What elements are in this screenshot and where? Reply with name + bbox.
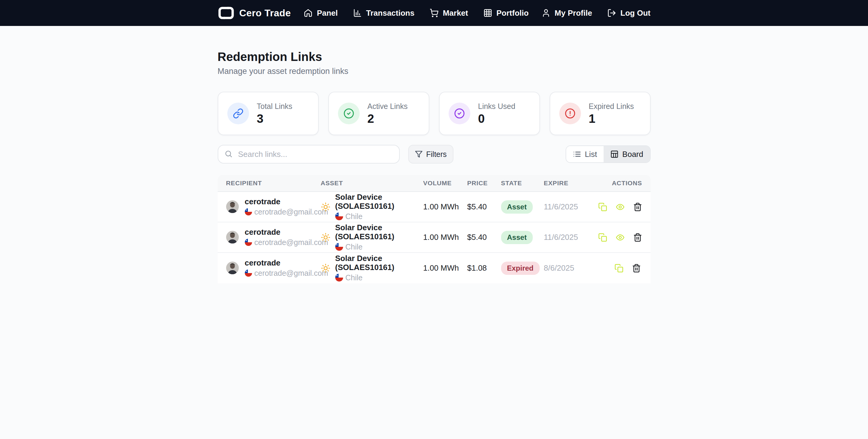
actions-cell (598, 264, 651, 273)
expire-cell: 11/6/2025 (544, 202, 598, 211)
expire-cell: 8/6/2025 (544, 263, 598, 273)
column-header-actions: ACTIONS (598, 179, 651, 187)
chart-icon (353, 8, 362, 18)
copy-link-button[interactable] (598, 202, 607, 211)
asset-name: Solar Device (SOLAES10161) (335, 254, 423, 272)
recipient-name: cerotrade (245, 259, 328, 268)
copy-icon (615, 264, 623, 273)
copy-icon (598, 202, 607, 211)
stats-cards: Total Links 3 Active Links 2 Links Use (218, 92, 651, 135)
chile-flag-icon (245, 239, 252, 246)
nav-item-panel[interactable]: Panel (304, 8, 338, 18)
table-row: cerotrade cerotrade@gmail.com Solar Devi… (218, 253, 651, 283)
sun-icon (321, 233, 331, 242)
nav-item-portfolio[interactable]: Portfolio (483, 8, 529, 18)
column-header-price: PRICE (467, 179, 501, 187)
alert-circle-icon (559, 103, 581, 124)
state-cell: Expired (501, 262, 544, 275)
cart-icon (430, 8, 439, 18)
check-circle-icon (338, 103, 360, 124)
nav-item-log-out[interactable]: Log Out (607, 8, 651, 18)
copy-icon (598, 233, 607, 242)
recipient-cell: cerotrade cerotrade@gmail.com (218, 197, 321, 216)
column-header-expire: EXPIRE (544, 179, 598, 187)
state-cell: Asset (501, 200, 544, 214)
stat-value: 2 (368, 112, 408, 125)
brand-name: Cero Trade (239, 7, 291, 19)
column-header-recipient: RECIPIENT (218, 179, 321, 187)
copy-link-button[interactable] (598, 233, 607, 242)
nav-item-label: My Profile (555, 8, 592, 18)
stat-card-expired-links: Expired Links 1 (550, 92, 651, 135)
delete-link-button[interactable] (633, 202, 642, 211)
table-row: cerotrade cerotrade@gmail.com Solar Devi… (218, 192, 651, 223)
top-navbar: Cero Trade Panel Transactions Market P (0, 0, 868, 26)
nav-item-label: Panel (317, 8, 338, 18)
filters-label: Filters (426, 150, 447, 159)
home-icon (304, 8, 313, 18)
chile-flag-icon (335, 243, 343, 251)
volume-cell: 1.00 MWh (423, 263, 467, 273)
asset-name: Solar Device (SOLAES10161) (335, 193, 423, 211)
nav-item-label: Transactions (366, 8, 414, 18)
avatar (226, 262, 239, 274)
asset-country: Chile (345, 273, 363, 282)
asset-name: Solar Device (SOLAES10161) (335, 223, 423, 241)
grid-icon (483, 8, 492, 18)
brand[interactable]: Cero Trade (218, 6, 291, 20)
stat-label: Links Used (478, 102, 516, 111)
recipient-email: cerotrade@gmail.com (254, 238, 328, 247)
copy-link-button[interactable] (615, 264, 623, 273)
sun-icon (321, 263, 331, 273)
stat-label: Expired Links (589, 102, 634, 111)
nav-item-market[interactable]: Market (430, 8, 468, 18)
state-badge: Asset (501, 200, 533, 214)
search-box (218, 145, 400, 164)
stat-value: 3 (257, 112, 292, 125)
eye-icon (616, 233, 625, 242)
chile-flag-icon (335, 212, 343, 220)
search-input[interactable] (218, 145, 400, 164)
filters-button[interactable]: Filters (408, 145, 454, 164)
list-icon (573, 150, 581, 158)
recipient-email: cerotrade@gmail.com (254, 208, 328, 216)
nav-item-transactions[interactable]: Transactions (353, 8, 414, 18)
recipient-name: cerotrade (245, 228, 328, 237)
asset-cell: Solar Device (SOLAES10161) Chile (321, 193, 423, 221)
list-view-label: List (585, 150, 597, 159)
nav-item-my-profile[interactable]: My Profile (541, 8, 592, 18)
page-title: Redemption Links (218, 50, 651, 64)
delete-link-button[interactable] (633, 233, 642, 242)
filter-icon (415, 150, 423, 158)
expire-cell: 11/6/2025 (544, 233, 598, 242)
chile-flag-icon (245, 208, 252, 215)
board-view-button[interactable]: Board (603, 146, 650, 162)
column-header-asset: ASSET (321, 179, 423, 187)
chile-flag-icon (245, 269, 252, 277)
stat-label: Total Links (257, 102, 292, 111)
list-view-button[interactable]: List (566, 146, 603, 162)
delete-link-button[interactable] (632, 264, 641, 273)
stat-card-links-used: Links Used 0 (439, 92, 540, 135)
view-link-button[interactable] (616, 233, 625, 242)
price-cell: $1.08 (467, 263, 501, 273)
toolbar: Filters List Board (218, 145, 651, 164)
stat-card-total-links: Total Links 3 (218, 92, 319, 135)
trash-icon (632, 264, 641, 273)
main-menu: Panel Transactions Market Portfolio (304, 8, 529, 18)
stat-value: 1 (589, 112, 634, 125)
column-header-state: STATE (501, 179, 544, 187)
asset-cell: Solar Device (SOLAES10161) Chile (321, 254, 423, 282)
view-link-button[interactable] (616, 202, 625, 211)
redemption-links-page: Redemption Links Manage your asset redem… (218, 50, 651, 283)
trash-icon (633, 202, 642, 211)
recipient-email: cerotrade@gmail.com (254, 269, 328, 277)
stat-value: 0 (478, 112, 516, 125)
price-cell: $5.40 (467, 233, 501, 242)
eye-icon (616, 202, 625, 211)
stat-label: Active Links (368, 102, 408, 111)
table-row: cerotrade cerotrade@gmail.com Solar Devi… (218, 223, 651, 253)
board-view-label: Board (622, 150, 643, 159)
search-icon (224, 150, 233, 158)
view-toggle: List Board (566, 145, 651, 163)
